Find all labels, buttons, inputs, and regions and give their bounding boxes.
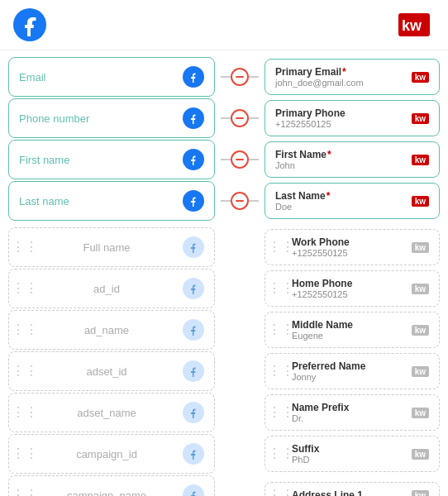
right-card-info: Home Phone +1252550125 bbox=[292, 278, 352, 299]
left-field-label: campaign_name bbox=[67, 489, 146, 497]
connector bbox=[215, 68, 265, 86]
disconnect-button[interactable] bbox=[231, 109, 249, 127]
left-field-label: Full name bbox=[83, 241, 130, 254]
mappings-container: Email Primary Email john_doe@gmail.com k… bbox=[0, 50, 448, 496]
facebook-icon bbox=[183, 107, 204, 129]
right-card-value: john_doe@gmail.com bbox=[275, 78, 364, 88]
connected-mapping-row: First name First Name John kw bbox=[8, 140, 440, 179]
right-card-inner: ⋮⋮ Home Phone +1252550125 bbox=[275, 278, 352, 299]
plus-icon: ⋮⋮ bbox=[19, 407, 31, 418]
right-card-title: Work Phone bbox=[292, 236, 350, 248]
right-field-connected: Primary Phone +1252550125 kw bbox=[265, 100, 440, 136]
unconnected-row: ⋮⋮ ad_id ⋮⋮ Home Phone + bbox=[8, 269, 440, 308]
right-card-title: Preferred Name bbox=[292, 360, 365, 372]
unconnected-mappings: ⋮⋮ Full name ⋮⋮ Work Phone bbox=[8, 227, 440, 496]
right-field-gray: ⋮⋮ Middle Name Eugene kw bbox=[265, 312, 440, 348]
facebook-icon-light bbox=[183, 360, 204, 382]
right-card-value: Eugene bbox=[292, 331, 353, 341]
left-field-gray: ⋮⋮ ad_name bbox=[8, 310, 215, 350]
right-card-value: Doe bbox=[275, 202, 330, 212]
left-field-connected: Last name bbox=[8, 181, 215, 221]
facebook-icon bbox=[183, 190, 204, 212]
right-card-value: Jonny bbox=[292, 372, 365, 382]
plus-icon-right: ⋮⋮ bbox=[275, 448, 287, 460]
left-field-label: ad_name bbox=[84, 324, 129, 336]
right-field-gray: ⋮⋮ Work Phone +1252550125 kw bbox=[265, 229, 440, 265]
disconnect-button[interactable] bbox=[231, 192, 249, 210]
connector bbox=[215, 192, 265, 210]
left-field-label: campaign_id bbox=[76, 448, 137, 460]
connected-mapping-row: Email Primary Email john_doe@gmail.com k… bbox=[8, 57, 440, 97]
connected-mapping-row: Last name Last Name Doe kw bbox=[8, 181, 440, 221]
disconnect-button[interactable] bbox=[231, 150, 249, 169]
unconnected-row: ⋮⋮ adset_id ⋮⋮ Preferred Name bbox=[8, 351, 440, 391]
svg-text:kw: kw bbox=[402, 17, 422, 34]
facebook-icon-light bbox=[183, 402, 204, 423]
right-field-gray: ⋮⋮ Suffix PhD kw bbox=[265, 436, 440, 472]
facebook-logo-icon bbox=[13, 8, 46, 41]
plus-icon-right: ⋮⋮ bbox=[275, 489, 287, 496]
right-field-gray: ⋮⋮ Preferred Name Jonny kw bbox=[265, 353, 440, 389]
disconnect-button[interactable] bbox=[231, 68, 249, 86]
unconnected-row: ⋮⋮ campaign_id ⋮⋮ Suffix bbox=[8, 434, 440, 474]
left-field-label: Last name bbox=[19, 195, 69, 207]
plus-icon-right: ⋮⋮ bbox=[275, 324, 287, 336]
plus-icon: ⋮⋮ bbox=[19, 365, 31, 377]
left-field-gray: ⋮⋮ campaign_id bbox=[8, 434, 215, 474]
plus-icon: ⋮⋮ bbox=[19, 283, 31, 294]
right-card-value: +1252550125 bbox=[292, 248, 350, 258]
connector-line-right bbox=[249, 200, 259, 202]
right-card-title: Home Phone bbox=[292, 278, 352, 289]
right-card-inner: ⋮⋮ Suffix PhD bbox=[275, 443, 319, 465]
plus-icon: ⋮⋮ bbox=[19, 489, 31, 496]
left-field-connected: Phone number bbox=[8, 98, 215, 138]
left-field-label: Email bbox=[19, 71, 46, 83]
right-card-info: Last Name Doe bbox=[275, 190, 330, 212]
left-field-gray: ⋮⋮ adset_id bbox=[8, 351, 215, 391]
plus-icon-right: ⋮⋮ bbox=[275, 241, 287, 253]
plus-icon: ⋮⋮ bbox=[19, 241, 31, 253]
header-left bbox=[13, 8, 55, 41]
unconnected-row: ⋮⋮ ad_name ⋮⋮ Middle Name bbox=[8, 310, 440, 350]
right-card-title: First Name bbox=[275, 149, 331, 160]
plus-icon: ⋮⋮ bbox=[19, 324, 31, 336]
facebook-icon-light bbox=[183, 443, 204, 465]
right-card-title: Primary Phone bbox=[275, 107, 346, 119]
facebook-icon-light bbox=[183, 319, 204, 341]
right-field-gray: ⋮⋮ Address Line 1 kw bbox=[265, 482, 440, 496]
kw-badge-gray: kw bbox=[412, 490, 429, 497]
plus-icon: ⋮⋮ bbox=[19, 448, 31, 460]
right-field-gray: ⋮⋮ Home Phone +1252550125 kw bbox=[265, 270, 440, 307]
right-card-title: Suffix bbox=[292, 443, 319, 455]
kw-badge: kw bbox=[412, 72, 429, 83]
facebook-icon bbox=[183, 66, 204, 88]
connector-line-left bbox=[221, 76, 231, 78]
kw-badge-gray: kw bbox=[412, 242, 429, 253]
left-field-gray: ⋮⋮ campaign_name bbox=[8, 475, 215, 496]
left-field-gray: ⋮⋮ adset_name bbox=[8, 393, 215, 432]
connector-line-left bbox=[221, 200, 231, 202]
right-card-title: Last Name bbox=[275, 190, 330, 202]
right-card-inner: ⋮⋮ Address Line 1 bbox=[275, 489, 363, 496]
right-field-connected: Primary Email john_doe@gmail.com kw bbox=[265, 59, 440, 95]
left-field-label: ad_id bbox=[93, 283, 120, 295]
left-field-connected: Email bbox=[8, 57, 215, 97]
right-card-info: Address Line 1 bbox=[292, 489, 363, 496]
left-field-connected: First name bbox=[8, 140, 215, 179]
kw-badge-gray: kw bbox=[412, 449, 429, 460]
connected-mapping-row: Phone number Primary Phone +1252550125 k… bbox=[8, 98, 440, 138]
left-field-gray: ⋮⋮ Full name bbox=[8, 227, 215, 267]
right-card-value: +1252550125 bbox=[292, 289, 352, 299]
connector-line-right bbox=[249, 76, 259, 78]
right-field-connected: First Name John kw bbox=[265, 141, 440, 178]
kw-badge-gray: kw bbox=[412, 284, 429, 294]
right-card-title: Address Line 1 bbox=[292, 489, 363, 496]
right-card-value: PhD bbox=[292, 455, 319, 465]
left-field-label: adset_name bbox=[77, 407, 136, 419]
connector-line-left bbox=[221, 117, 231, 119]
kw-badge: kw bbox=[412, 196, 429, 207]
connector bbox=[215, 150, 265, 169]
left-field-label: Phone number bbox=[19, 112, 89, 125]
facebook-icon-light bbox=[183, 278, 204, 299]
unconnected-row: ⋮⋮ Full name ⋮⋮ Work Phone bbox=[8, 227, 440, 267]
